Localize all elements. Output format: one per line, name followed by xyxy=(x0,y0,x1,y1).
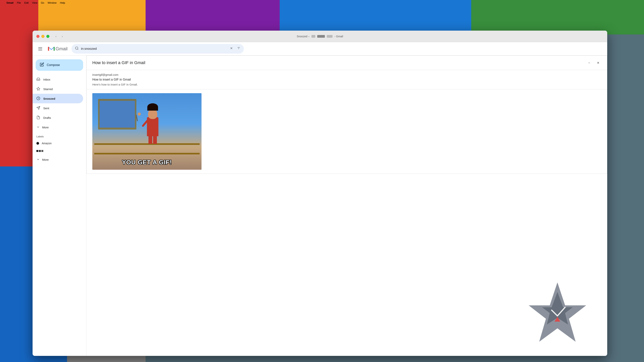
gif-shelf-2 xyxy=(94,153,200,154)
hamburger-menu-button[interactable] xyxy=(36,45,44,53)
email-subject: How to insert a GIF in Gmail xyxy=(92,60,145,65)
sidebar-item-starred[interactable]: Starred xyxy=(32,84,83,94)
search-filter-button[interactable] xyxy=(237,46,240,51)
close-button[interactable] xyxy=(36,35,40,38)
label-sq-3 xyxy=(42,150,43,152)
drafts-icon xyxy=(36,116,40,120)
hamburger-line-2 xyxy=(38,49,42,49)
go-menu-item[interactable]: Go xyxy=(41,1,44,4)
window-title-area: Snoozed – - Gmail xyxy=(297,35,343,38)
email-title-row: How to insert a GIF in Gmail xyxy=(92,78,601,81)
email-popup-header: How to insert a GIF in Gmail – ✕ xyxy=(86,56,607,70)
svg-point-2 xyxy=(75,47,78,49)
snoozed-icon xyxy=(36,96,40,101)
search-input-text: in:snoozed xyxy=(81,47,227,51)
label-amazon[interactable]: Amazon xyxy=(32,140,86,147)
labels-more-button[interactable]: More xyxy=(32,155,86,164)
astro-star-shape xyxy=(527,281,588,346)
email-content-area: How to insert a GIF in Gmail – ✕ insertg… xyxy=(86,55,607,356)
title-pill-3 xyxy=(327,35,332,38)
title-pill-1 xyxy=(312,35,315,38)
starred-label: Starred xyxy=(43,87,53,91)
drafts-label: Drafts xyxy=(43,116,51,119)
maximize-button[interactable] xyxy=(46,35,50,38)
menu-bar-left: Gmail File Edit View Go Window Help xyxy=(3,1,65,4)
email-body: YOU GET A GIF! xyxy=(86,89,607,174)
compose-label: Compose xyxy=(47,63,60,67)
sidebar-more-button[interactable]: More xyxy=(32,122,86,132)
star-icon xyxy=(36,87,40,91)
gif-body xyxy=(147,117,158,136)
gif-hair xyxy=(147,103,158,111)
sidebar-item-inbox[interactable]: Inbox xyxy=(32,75,83,84)
minimize-button[interactable] xyxy=(42,35,44,38)
popup-close-button[interactable]: ✕ xyxy=(595,59,601,66)
label-item-2[interactable] xyxy=(32,147,86,155)
title-gmail-text: - Gmail xyxy=(334,35,343,38)
snoozed-label: Snoozed xyxy=(43,97,55,100)
hamburger-line-1 xyxy=(38,47,42,48)
search-icon xyxy=(75,46,79,51)
label-sq-2 xyxy=(39,150,41,152)
view-menu-item[interactable]: View xyxy=(32,1,37,4)
system-menu-bar: Gmail File Edit View Go Window Help xyxy=(0,0,644,5)
amazon-label-dot xyxy=(36,142,39,145)
gmail-menu-item[interactable]: Gmail xyxy=(6,1,14,4)
title-snoozed-label: Snoozed – xyxy=(297,35,310,38)
amazon-label-text: Amazon xyxy=(42,142,52,145)
sidebar: Compose Inbox xyxy=(32,55,86,356)
labels-chevron-down-icon xyxy=(36,158,40,162)
popup-minimize-button[interactable]: – xyxy=(586,59,592,66)
gif-person xyxy=(143,109,162,144)
gif-tv-screen xyxy=(100,101,135,128)
search-bar[interactable]: in:snoozed xyxy=(72,44,244,54)
label-squares xyxy=(36,150,43,152)
window-menu-item[interactable]: Window xyxy=(48,1,56,4)
gmail-header: Gmail in:snoozed xyxy=(32,42,607,55)
nav-arrows: ‹ › xyxy=(53,34,65,38)
sidebar-item-sent[interactable]: Sent xyxy=(32,103,83,113)
chevron-down-icon xyxy=(36,125,40,129)
inbox-icon xyxy=(36,77,40,82)
labels-more-label: More xyxy=(42,158,49,161)
inbox-label: Inbox xyxy=(43,78,50,81)
mac-window: ‹ › Snoozed – - Gmail xyxy=(32,31,607,356)
gmail-m-icon xyxy=(48,46,55,51)
gif-hand xyxy=(138,113,141,116)
traffic-lights xyxy=(36,35,50,38)
title-bar: ‹ › Snoozed – - Gmail xyxy=(32,31,607,42)
svg-marker-6 xyxy=(37,87,40,90)
gif-image: YOU GET A GIF! xyxy=(92,93,202,170)
popup-actions: – ✕ xyxy=(586,59,601,66)
compose-button[interactable]: Compose xyxy=(36,59,83,71)
sidebar-item-drafts[interactable]: Drafts xyxy=(32,113,83,122)
back-arrow[interactable]: ‹ xyxy=(53,34,58,38)
star-svg xyxy=(527,281,588,346)
gmail-logo-text: Gmail xyxy=(56,46,68,51)
title-pill-2 xyxy=(317,35,325,38)
email-popup: How to insert a GIF in Gmail – ✕ insertg… xyxy=(86,55,607,174)
email-snippet: Here's how to insert a GIF in Gmail. xyxy=(92,83,601,86)
email-meta: insertgif@gmail.com How to insert a GIF … xyxy=(86,70,607,89)
file-menu-item[interactable]: File xyxy=(17,1,21,4)
help-menu-item[interactable]: Help xyxy=(60,1,65,4)
gif-caption-text: YOU GET A GIF! xyxy=(92,159,202,166)
more-label: More xyxy=(42,126,49,129)
sent-icon xyxy=(36,106,40,110)
forward-arrow[interactable]: › xyxy=(60,34,65,38)
compose-icon xyxy=(40,62,44,68)
hamburger-line-3 xyxy=(38,50,42,50)
label-sq-1 xyxy=(36,150,38,152)
email-from: insertgif@gmail.com xyxy=(92,73,601,76)
search-clear-button[interactable] xyxy=(230,46,233,51)
gmail-logo: Gmail xyxy=(48,46,68,51)
sent-label: Sent xyxy=(43,107,49,110)
main-layout: Compose Inbox xyxy=(32,55,607,356)
sidebar-item-snoozed[interactable]: Snoozed xyxy=(32,94,83,103)
gmail-app: Gmail in:snoozed xyxy=(32,42,607,356)
edit-menu-item[interactable]: Edit xyxy=(24,1,28,4)
labels-section-label: Labels xyxy=(32,132,86,140)
